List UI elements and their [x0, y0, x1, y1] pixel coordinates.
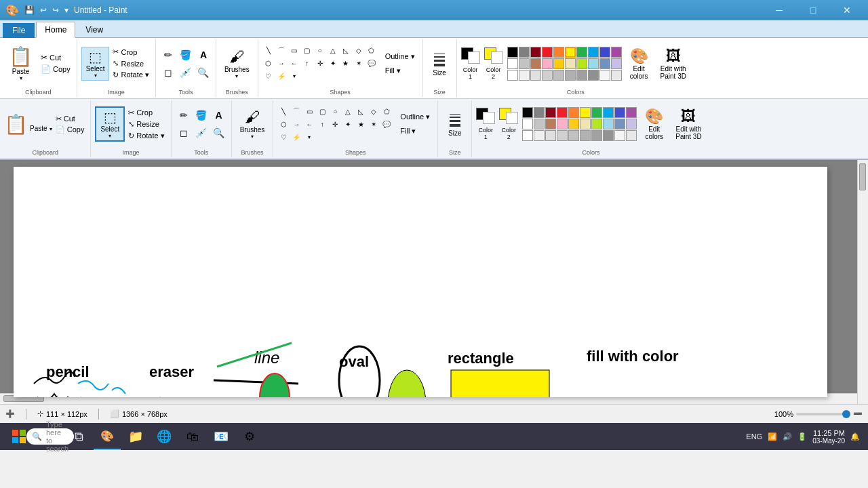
taskbar-wifi-icon[interactable]: 📶	[768, 432, 777, 441]
sel-text-tool[interactable]: A	[211, 107, 227, 123]
sel-brushes-button[interactable]: 🖌 Brushes ▾	[236, 106, 269, 142]
shape-callout[interactable]: 💬	[366, 58, 378, 70]
dropdown-quick-btn[interactable]: ▾	[63, 4, 70, 16]
edit-colors-button[interactable]: 🎨 Editcolors	[626, 46, 652, 81]
colorpick-tool[interactable]: 💉	[178, 64, 194, 81]
shape-ellipse[interactable]: ○	[314, 45, 326, 57]
shape-arrow-l[interactable]: ←	[288, 58, 300, 70]
pal-w2[interactable]	[519, 70, 530, 81]
pal-purple[interactable]	[611, 47, 622, 58]
sel-color2-swatch[interactable]	[499, 108, 518, 124]
sel-pal-17[interactable]	[591, 119, 602, 129]
save-quick-btn[interactable]: 💾	[23, 4, 36, 16]
sel-shape-more[interactable]: ▾	[303, 131, 315, 143]
sel-fill-btn[interactable]: Fill ▾	[397, 125, 433, 138]
pal-red[interactable]	[542, 47, 553, 58]
shape-roundrect[interactable]: ▢	[301, 45, 313, 57]
sel-pal-1[interactable]	[522, 107, 533, 118]
pal-gray[interactable]	[519, 47, 530, 58]
pal-w9[interactable]	[599, 70, 610, 81]
taskbar-mail[interactable]: 📧	[208, 423, 235, 450]
select-button[interactable]: ⬚ Select ▾	[81, 47, 110, 81]
sel-shape-7[interactable]: ◺	[355, 105, 367, 117]
sel-pal-15[interactable]	[568, 119, 579, 129]
sel-pal-11[interactable]	[522, 119, 533, 129]
pal-green[interactable]	[576, 47, 587, 58]
sel-pal-14[interactable]	[557, 119, 568, 129]
shape-more[interactable]: ▾	[288, 70, 300, 83]
sel-shape-2[interactable]: ⌒	[290, 105, 302, 117]
maximize-button[interactable]: □	[797, 0, 829, 20]
sel-shape-4[interactable]: ▢	[316, 105, 328, 117]
color1-swatch[interactable]	[461, 47, 480, 64]
brushes-dropdown-arrow[interactable]: ▾	[235, 73, 238, 79]
pal-pink[interactable]	[542, 58, 553, 69]
sel-pal-3[interactable]	[545, 107, 556, 118]
pal-skyblue[interactable]	[588, 58, 599, 69]
taskbar-battery-icon[interactable]: 🔋	[797, 432, 807, 441]
sel-pal-5[interactable]	[568, 107, 579, 118]
shape-heart[interactable]: ♡	[262, 70, 275, 83]
sel-crop-btn[interactable]: ✂ Crop	[126, 108, 166, 118]
sel-pal-4[interactable]	[557, 107, 568, 118]
vertical-scrollbar[interactable]	[857, 160, 868, 404]
shape-star4[interactable]: ✦	[327, 58, 339, 70]
sel-shape-6[interactable]: △	[342, 105, 354, 117]
sel-paint3d-btn[interactable]: 🖼 Edit withPaint 3D	[671, 106, 705, 142]
sel-outline-btn[interactable]: Outline ▾	[397, 110, 433, 123]
pal-w1[interactable]	[507, 70, 518, 81]
color2-swatch[interactable]	[484, 47, 503, 64]
shape-curved-line[interactable]: ⌒	[275, 45, 288, 57]
sel-shape-20[interactable]: ⚡	[290, 131, 302, 143]
pal-white[interactable]	[507, 58, 518, 69]
shape-diamond[interactable]: ◇	[353, 45, 365, 57]
taskbar-notifications[interactable]: 🔔	[850, 432, 860, 441]
paste-dropdown[interactable]: ▾	[20, 75, 22, 81]
taskbar-store[interactable]: 🛍	[179, 423, 206, 450]
sel-edit-colors-btn[interactable]: 🎨 Editcolors	[641, 106, 667, 142]
sel-pal-16[interactable]	[580, 119, 591, 129]
sel-pal-30[interactable]	[626, 130, 637, 141]
brushes-button[interactable]: 🖌 Brushes ▾	[220, 45, 254, 82]
pal-w8[interactable]	[588, 70, 599, 81]
taskbar-paint[interactable]: 🎨	[94, 423, 121, 450]
cut-button[interactable]: ✂ Cut	[39, 52, 73, 63]
sel-copy-btn[interactable]: 📄 Copy	[54, 125, 87, 135]
sel-shape-5[interactable]: ○	[329, 105, 341, 117]
copy-button[interactable]: 📄 Copy	[39, 64, 73, 75]
sel-pal-12[interactable]	[534, 119, 545, 129]
taskbar-edge[interactable]: 🌐	[151, 423, 178, 450]
sel-pal-13[interactable]	[545, 119, 556, 129]
zoom-thumb[interactable]	[842, 410, 850, 418]
tab-file[interactable]: File	[3, 23, 35, 38]
pal-w7[interactable]	[576, 70, 587, 81]
shape-star6[interactable]: ✶	[353, 58, 365, 70]
shape-lightning[interactable]: ⚡	[275, 70, 288, 83]
sel-pal-19[interactable]	[614, 119, 625, 129]
paste-button[interactable]: 📋 Paste ▾	[4, 42, 37, 85]
sel-pal-8[interactable]	[603, 107, 614, 118]
paint3d-button[interactable]: 🖼 Edit withPaint 3D	[656, 46, 690, 81]
close-button[interactable]: ✕	[831, 0, 863, 20]
minimize-button[interactable]: ─	[764, 0, 795, 20]
sel-pal-24[interactable]	[557, 130, 568, 141]
sel-paste-button[interactable]: 📋 Paste ▾	[4, 113, 52, 136]
sel-pal-20[interactable]	[626, 119, 637, 129]
plus-icon[interactable]: ➕	[5, 409, 15, 418]
sel-pal-29[interactable]	[614, 130, 625, 141]
sel-shape-10[interactable]: ⬡	[277, 118, 290, 130]
shape-hex[interactable]: ⬡	[262, 58, 275, 70]
taskbar-sound-icon[interactable]: 🔊	[783, 432, 792, 441]
sel-fill-tool[interactable]: 🪣	[193, 107, 210, 123]
pal-w6[interactable]	[565, 70, 576, 81]
sel-shape-1[interactable]: ╲	[277, 105, 290, 117]
sel-size-button[interactable]: Size	[443, 110, 467, 138]
sel-pal-10[interactable]	[626, 107, 637, 118]
pal-orange[interactable]	[553, 47, 564, 58]
pal-brown[interactable]	[530, 58, 541, 69]
shape-pentagon[interactable]: ⬠	[366, 45, 378, 57]
sel-shape-14[interactable]: ✛	[329, 118, 341, 130]
shape-triangle[interactable]: △	[327, 45, 339, 57]
taskbar-clock[interactable]: 11:25 PM 03-May-20	[812, 429, 845, 445]
resize-button[interactable]: ⤡ Resize	[111, 58, 151, 68]
